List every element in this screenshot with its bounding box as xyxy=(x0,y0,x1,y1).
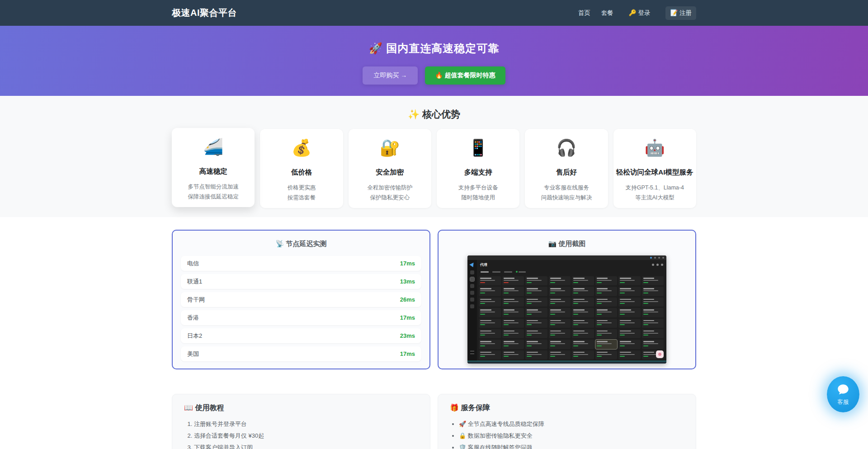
feature-desc-line: 等主流AI大模型 xyxy=(618,193,692,203)
feature-desc-line: 支持GPT-5.1、Llama-4 xyxy=(618,183,692,193)
app-proxy-card xyxy=(642,298,664,307)
app-proxy-card xyxy=(502,319,524,328)
app-proxy-card xyxy=(479,287,501,296)
feature-card-title: 轻松访问全球AI模型服务 xyxy=(613,168,696,177)
app-proxy-card xyxy=(479,340,501,349)
app-proxy-card xyxy=(572,319,594,328)
devices-icon: 📱 xyxy=(437,138,519,158)
app-proxy-card xyxy=(549,276,571,285)
tutorial-card: 📖 使用教程 注册账号并登录平台 选择合适套餐每月仅 ¥30起 下载客户端并导入… xyxy=(172,394,430,449)
app-proxy-card xyxy=(618,298,641,307)
app-maximize-icon xyxy=(658,257,660,259)
green-dot-icon xyxy=(516,271,518,273)
latency-value: 17ms xyxy=(400,314,415,321)
tutorial-step: 注册账号并登录平台 xyxy=(194,420,418,428)
price-icon: 💰 xyxy=(260,138,343,158)
feature-card: 🎧 售后好 专业客服在线服务 问题快速响应与解决 xyxy=(525,129,608,208)
app-proxy-card xyxy=(549,340,571,349)
app-proxy-card xyxy=(502,329,524,338)
feature-desc-line: 专业客服在线服务 xyxy=(529,183,603,193)
robot-icon: 🤖 xyxy=(613,138,696,158)
app-proxy-card xyxy=(572,329,594,338)
latency-panel: 📡 节点延迟实测 电信 17ms 联通1 13ms 骨干网 26ms 香港 17… xyxy=(172,230,430,369)
tutorial-steps: 注册账号并登录平台 选择合适套餐每月仅 ¥30起 下载客户端并导入订阅 选择节点… xyxy=(194,420,418,449)
guarantee-title: 🎁 服务保障 xyxy=(450,403,684,413)
app-proxy-card xyxy=(642,319,664,328)
app-close-icon xyxy=(662,257,664,259)
feature-desc-line: 价格更实惠 xyxy=(264,183,338,193)
app-statusbar xyxy=(467,361,666,364)
guarantee-item: 🔒 数据加密传输隐私更安全 xyxy=(459,432,684,440)
latency-value: 26ms xyxy=(400,296,415,303)
screenshot-panel-title: 📷 使用截图 xyxy=(447,239,687,249)
app-header-icons xyxy=(652,264,663,266)
screenshot-panel: 📷 使用截图 xyxy=(438,230,696,369)
view-plans-button[interactable]: 🔥 超值套餐限时特惠 xyxy=(425,66,505,85)
guarantee-card: 🎁 服务保障 🚀 全节点高速专线品质稳定保障 🔒 数据加密传输隐私更安全 🛡️ … xyxy=(438,394,696,449)
feature-card-title: 安全加密 xyxy=(349,168,431,177)
feature-card-desc: 多节点智能分流加速 保障连接低延迟稳定 xyxy=(172,182,255,202)
app-proxy-card xyxy=(525,287,547,296)
latency-row: 电信 17ms xyxy=(181,256,421,271)
app-proxy-card xyxy=(618,287,641,296)
app-sidebar xyxy=(467,260,477,361)
latency-row: 日本2 23ms xyxy=(181,328,421,343)
app-proxy-card xyxy=(572,287,594,296)
app-proxy-card xyxy=(572,308,594,317)
app-proxy-card xyxy=(549,308,571,317)
feature-card-title: 低价格 xyxy=(260,168,343,177)
buy-now-button[interactable]: 立即购买 → xyxy=(363,66,418,85)
feature-desc-line: 按需选套餐 xyxy=(264,193,338,203)
app-header-title: 代理 xyxy=(480,262,487,267)
app-fab-button xyxy=(656,350,664,358)
app-screenshot-image: 代理 xyxy=(467,255,666,364)
app-proxy-card xyxy=(502,276,524,285)
feature-card: 🤖 轻松访问全球AI模型服务 支持GPT-5.1、Llama-4 等主流AI大模… xyxy=(613,129,696,208)
feature-desc-line: 保障连接低延迟稳定 xyxy=(176,192,250,202)
tutorial-step: 下载客户端并导入订阅 xyxy=(194,444,418,449)
app-proxy-card xyxy=(479,319,501,328)
app-proxy-card xyxy=(595,329,618,338)
navbar: 极速AI聚合平台 首页 套餐 🔑 登录 📝 注册 xyxy=(0,0,868,26)
hero-title: 🚀 国内直连高速稳定可靠 xyxy=(0,41,868,56)
latency-value: 13ms xyxy=(400,278,415,285)
app-proxy-card xyxy=(525,350,547,359)
speed-icon: 🚄 xyxy=(172,137,255,157)
latency-value: 17ms xyxy=(400,350,415,357)
app-proxy-card xyxy=(525,329,547,338)
hero-section: 🚀 国内直连高速稳定可靠 立即购买 → 🔥 超值套餐限时特惠 xyxy=(0,26,868,96)
latency-row: 联通1 13ms xyxy=(181,274,421,289)
nav-link-home[interactable]: 首页 xyxy=(578,9,590,17)
latency-row: 美国 17ms xyxy=(181,346,421,361)
app-proxy-card xyxy=(572,350,594,359)
node-name: 日本2 xyxy=(187,332,202,340)
nav-link-plans[interactable]: 套餐 xyxy=(601,9,613,17)
app-sidebar-icon-active xyxy=(470,277,474,281)
app-window-icon xyxy=(650,257,652,259)
app-proxy-card xyxy=(642,340,664,349)
nav-link-register[interactable]: 📝 注册 xyxy=(665,6,696,20)
app-proxy-card xyxy=(595,319,618,328)
customer-service-button[interactable]: 客服 xyxy=(827,376,859,412)
app-proxy-card xyxy=(618,329,641,338)
app-proxy-card xyxy=(572,276,594,285)
nav-link-login[interactable]: 🔑 登录 xyxy=(624,6,655,20)
app-menu-icon xyxy=(470,351,474,354)
app-proxy-card xyxy=(549,298,571,307)
app-proxy-card xyxy=(595,340,618,349)
lock-icon: 🔐 xyxy=(349,138,431,158)
app-proxy-card xyxy=(479,350,501,359)
feature-card: 📱 多端支持 支持多平台设备 随时随地使用 xyxy=(437,129,519,208)
app-proxy-card xyxy=(549,287,571,296)
latency-list: 电信 17ms 联通1 13ms 骨干网 26ms 香港 17ms 日本2 xyxy=(181,256,421,361)
feature-card-desc: 专业客服在线服务 问题快速响应与解决 xyxy=(525,183,608,203)
app-logo-icon xyxy=(469,261,475,267)
app-tabs xyxy=(477,269,666,274)
feature-card-desc: 价格更实惠 按需选套餐 xyxy=(260,183,343,203)
node-name: 骨干网 xyxy=(187,296,205,304)
feature-desc-line: 随时随地使用 xyxy=(441,193,515,203)
feature-card: 🔐 安全加密 全程加密传输防护 保护隐私更安心 xyxy=(349,129,431,208)
app-proxy-card xyxy=(549,329,571,338)
app-proxy-card xyxy=(502,308,524,317)
app-proxy-card xyxy=(572,298,594,307)
